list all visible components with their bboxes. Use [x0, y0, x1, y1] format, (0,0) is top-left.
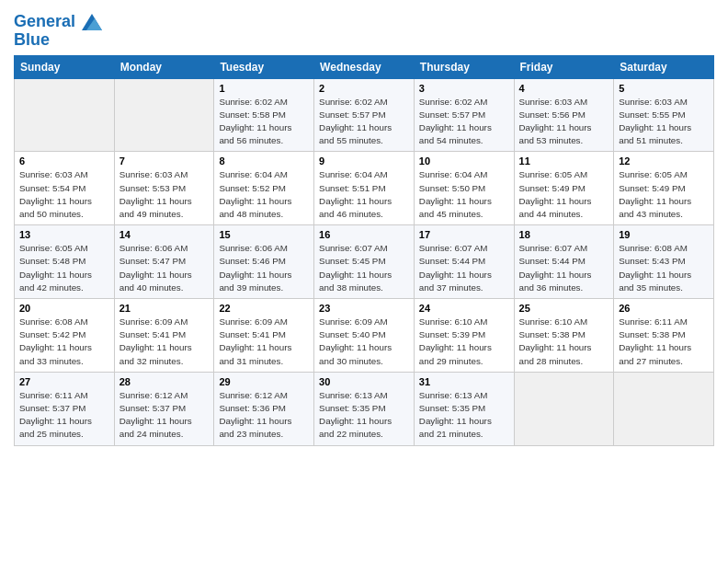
calendar-cell: 14Sunrise: 6:06 AM Sunset: 5:47 PM Dayli…: [114, 225, 214, 299]
day-info: Sunrise: 6:11 AM Sunset: 5:38 PM Dayligh…: [619, 316, 709, 368]
calendar-cell: 18Sunrise: 6:07 AM Sunset: 5:44 PM Dayli…: [514, 225, 614, 299]
day-info: Sunrise: 6:04 AM Sunset: 5:50 PM Dayligh…: [419, 168, 509, 221]
calendar-week: 1Sunrise: 6:02 AM Sunset: 5:58 PM Daylig…: [15, 78, 714, 152]
day-info: Sunrise: 6:09 AM Sunset: 5:41 PM Dayligh…: [219, 316, 309, 368]
day-info: Sunrise: 6:03 AM Sunset: 5:53 PM Dayligh…: [119, 168, 210, 221]
day-number: 10: [419, 155, 509, 167]
day-number: 6: [19, 155, 109, 167]
day-number: 2: [319, 83, 409, 94]
day-info: Sunrise: 6:11 AM Sunset: 5:37 PM Dayligh…: [19, 389, 109, 442]
calendar-cell: 4Sunrise: 6:03 AM Sunset: 5:56 PM Daylig…: [514, 78, 614, 152]
day-number: 27: [19, 376, 109, 387]
calendar-header: SundayMondayTuesdayWednesdayThursdayFrid…: [15, 55, 714, 78]
day-info: Sunrise: 6:03 AM Sunset: 5:56 PM Dayligh…: [519, 96, 609, 148]
day-info: Sunrise: 6:06 AM Sunset: 5:47 PM Dayligh…: [119, 242, 210, 294]
day-number: 22: [219, 303, 309, 314]
calendar-cell: [114, 78, 214, 152]
day-number: 25: [519, 303, 609, 314]
day-number: 7: [119, 155, 210, 167]
calendar-cell: 7Sunrise: 6:03 AM Sunset: 5:53 PM Daylig…: [114, 152, 214, 225]
calendar-cell: 29Sunrise: 6:12 AM Sunset: 5:36 PM Dayli…: [214, 372, 314, 445]
day-info: Sunrise: 6:09 AM Sunset: 5:41 PM Dayligh…: [119, 316, 210, 368]
calendar-cell: 15Sunrise: 6:06 AM Sunset: 5:46 PM Dayli…: [214, 225, 314, 299]
calendar-cell: 5Sunrise: 6:03 AM Sunset: 5:55 PM Daylig…: [614, 78, 714, 152]
calendar-cell: 31Sunrise: 6:13 AM Sunset: 5:35 PM Dayli…: [414, 372, 514, 445]
calendar-cell: 8Sunrise: 6:04 AM Sunset: 5:52 PM Daylig…: [214, 152, 314, 225]
calendar-cell: 2Sunrise: 6:02 AM Sunset: 5:57 PM Daylig…: [314, 78, 415, 152]
day-number: 9: [319, 155, 409, 167]
day-number: 16: [319, 229, 409, 240]
calendar-cell: 24Sunrise: 6:10 AM Sunset: 5:39 PM Dayli…: [414, 299, 514, 373]
calendar-cell: 27Sunrise: 6:11 AM Sunset: 5:37 PM Dayli…: [15, 372, 115, 445]
calendar-cell: 12Sunrise: 6:05 AM Sunset: 5:49 PM Dayli…: [614, 152, 714, 225]
day-info: Sunrise: 6:09 AM Sunset: 5:40 PM Dayligh…: [319, 316, 409, 368]
calendar-cell: 13Sunrise: 6:05 AM Sunset: 5:48 PM Dayli…: [15, 225, 115, 299]
day-number: 3: [419, 83, 509, 94]
day-number: 14: [119, 229, 210, 240]
calendar-week: 20Sunrise: 6:08 AM Sunset: 5:42 PM Dayli…: [15, 299, 714, 373]
calendar: SundayMondayTuesdayWednesdayThursdayFrid…: [14, 55, 714, 446]
day-number: 1: [219, 83, 309, 94]
day-info: Sunrise: 6:02 AM Sunset: 5:58 PM Dayligh…: [219, 96, 309, 148]
calendar-cell: 10Sunrise: 6:04 AM Sunset: 5:50 PM Dayli…: [414, 152, 514, 225]
calendar-cell: 28Sunrise: 6:12 AM Sunset: 5:37 PM Dayli…: [114, 372, 214, 445]
calendar-cell: [15, 78, 115, 152]
calendar-cell: 20Sunrise: 6:08 AM Sunset: 5:42 PM Dayli…: [15, 299, 115, 373]
day-number: 15: [219, 229, 309, 240]
calendar-week: 6Sunrise: 6:03 AM Sunset: 5:54 PM Daylig…: [15, 152, 714, 225]
calendar-week: 13Sunrise: 6:05 AM Sunset: 5:48 PM Dayli…: [15, 225, 714, 299]
day-info: Sunrise: 6:04 AM Sunset: 5:52 PM Dayligh…: [219, 168, 309, 221]
day-info: Sunrise: 6:13 AM Sunset: 5:35 PM Dayligh…: [419, 389, 509, 442]
calendar-cell: 1Sunrise: 6:02 AM Sunset: 5:58 PM Daylig…: [214, 78, 314, 152]
day-info: Sunrise: 6:12 AM Sunset: 5:37 PM Dayligh…: [119, 389, 210, 442]
calendar-cell: 3Sunrise: 6:02 AM Sunset: 5:57 PM Daylig…: [414, 78, 514, 152]
logo: General Blue: [14, 13, 102, 50]
day-number: 29: [219, 376, 309, 387]
day-number: 24: [419, 303, 509, 314]
calendar-cell: 19Sunrise: 6:08 AM Sunset: 5:43 PM Dayli…: [614, 225, 714, 299]
weekday-header: Tuesday: [214, 55, 314, 78]
calendar-cell: 25Sunrise: 6:10 AM Sunset: 5:38 PM Dayli…: [514, 299, 614, 373]
day-info: Sunrise: 6:05 AM Sunset: 5:49 PM Dayligh…: [619, 168, 709, 221]
day-info: Sunrise: 6:13 AM Sunset: 5:35 PM Dayligh…: [319, 389, 409, 442]
day-number: 8: [219, 155, 309, 167]
day-info: Sunrise: 6:04 AM Sunset: 5:51 PM Dayligh…: [319, 168, 409, 221]
day-info: Sunrise: 6:05 AM Sunset: 5:49 PM Dayligh…: [519, 168, 609, 221]
day-number: 12: [619, 155, 709, 167]
weekday-header: Friday: [514, 55, 614, 78]
calendar-cell: 26Sunrise: 6:11 AM Sunset: 5:38 PM Dayli…: [614, 299, 714, 373]
day-number: 20: [19, 303, 109, 314]
day-number: 21: [119, 303, 210, 314]
day-number: 23: [319, 303, 409, 314]
day-number: 13: [19, 229, 109, 240]
calendar-cell: [514, 372, 614, 445]
day-info: Sunrise: 6:10 AM Sunset: 5:39 PM Dayligh…: [419, 316, 509, 368]
day-info: Sunrise: 6:10 AM Sunset: 5:38 PM Dayligh…: [519, 316, 609, 368]
calendar-cell: 21Sunrise: 6:09 AM Sunset: 5:41 PM Dayli…: [114, 299, 214, 373]
weekday-header: Sunday: [15, 55, 115, 78]
day-number: 19: [619, 229, 709, 240]
day-info: Sunrise: 6:02 AM Sunset: 5:57 PM Dayligh…: [319, 96, 409, 148]
day-number: 30: [319, 376, 409, 387]
day-info: Sunrise: 6:02 AM Sunset: 5:57 PM Dayligh…: [419, 96, 509, 148]
page-header: General Blue: [14, 9, 714, 50]
weekday-header: Thursday: [414, 55, 514, 78]
day-info: Sunrise: 6:12 AM Sunset: 5:36 PM Dayligh…: [219, 389, 309, 442]
calendar-cell: [614, 372, 714, 445]
logo-text: General: [14, 13, 102, 31]
calendar-cell: 22Sunrise: 6:09 AM Sunset: 5:41 PM Dayli…: [214, 299, 314, 373]
calendar-cell: 17Sunrise: 6:07 AM Sunset: 5:44 PM Dayli…: [414, 225, 514, 299]
day-info: Sunrise: 6:03 AM Sunset: 5:54 PM Dayligh…: [19, 168, 109, 221]
calendar-week: 27Sunrise: 6:11 AM Sunset: 5:37 PM Dayli…: [15, 372, 714, 445]
day-info: Sunrise: 6:08 AM Sunset: 5:43 PM Dayligh…: [619, 242, 709, 294]
day-number: 4: [519, 83, 609, 94]
day-info: Sunrise: 6:03 AM Sunset: 5:55 PM Dayligh…: [619, 96, 709, 148]
day-info: Sunrise: 6:06 AM Sunset: 5:46 PM Dayligh…: [219, 242, 309, 294]
calendar-cell: 16Sunrise: 6:07 AM Sunset: 5:45 PM Dayli…: [314, 225, 415, 299]
calendar-cell: 23Sunrise: 6:09 AM Sunset: 5:40 PM Dayli…: [314, 299, 415, 373]
weekday-header: Wednesday: [314, 55, 415, 78]
day-number: 11: [519, 155, 609, 167]
day-number: 28: [119, 376, 210, 387]
weekday-header: Saturday: [614, 55, 714, 78]
calendar-cell: 11Sunrise: 6:05 AM Sunset: 5:49 PM Dayli…: [514, 152, 614, 225]
